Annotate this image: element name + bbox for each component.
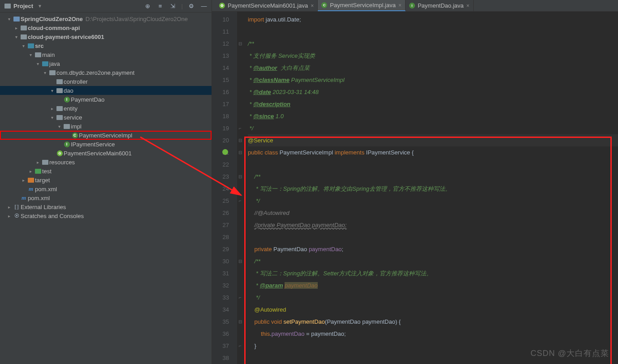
- tree-item-dao[interactable]: ▾dao: [0, 86, 212, 95]
- tree-item-external-libraries[interactable]: ▸⟦⟧External Libraries: [0, 202, 212, 211]
- fold-marker[interactable]: [237, 328, 243, 340]
- gear-icon[interactable]: ⚙: [187, 2, 195, 10]
- fold-marker[interactable]: [237, 352, 243, 364]
- tree-arrow-icon[interactable]: ▾: [48, 115, 56, 120]
- chevron-down-icon[interactable]: ▼: [38, 4, 42, 9]
- code-line[interactable]: [248, 231, 618, 243]
- tree-item-pom-xml[interactable]: mpom.xml: [0, 193, 212, 202]
- close-icon[interactable]: ×: [398, 2, 402, 9]
- tree-item-com-dbydc-zero2one-payment[interactable]: ▾com.dbydc.zero2one.payment: [0, 68, 212, 77]
- fold-marker[interactable]: ⌐: [237, 122, 243, 134]
- tree-arrow-icon[interactable]: ▸: [13, 26, 20, 30]
- project-tree[interactable]: ▾SpringCloudZero2OneD:\Projects\Java\Spr…: [0, 13, 212, 364]
- fold-marker[interactable]: [237, 231, 243, 243]
- tree-item-ipaymentservice[interactable]: IIPaymentService: [0, 140, 212, 149]
- fold-marker[interactable]: [237, 219, 243, 231]
- fold-marker[interactable]: ⌐: [237, 291, 243, 304]
- code-line[interactable]: * @param paymentDao: [248, 279, 618, 291]
- tree-arrow-icon[interactable]: ▸: [48, 106, 56, 111]
- target-icon[interactable]: ⊕: [144, 2, 152, 10]
- tree-arrow-icon[interactable]: ▾: [20, 43, 27, 48]
- fold-marker[interactable]: [237, 110, 243, 122]
- fold-marker[interactable]: [237, 50, 243, 62]
- fold-marker[interactable]: [237, 267, 243, 279]
- tab-paymentservicemain6001[interactable]: ✿PaymentServiceMain6001.java×: [216, 0, 318, 11]
- tree-arrow-icon[interactable]: ▸: [27, 169, 34, 174]
- code-line[interactable]: * @description: [248, 98, 618, 110]
- tree-item-cloud-common-api[interactable]: ▸cloud-common-api: [0, 23, 212, 32]
- code-line[interactable]: * @since 1.0: [248, 110, 618, 122]
- fold-marker[interactable]: [237, 13, 243, 26]
- code-line[interactable]: /**: [248, 171, 618, 183]
- tree-item-service[interactable]: ▾service: [0, 113, 212, 122]
- code-line[interactable]: */: [248, 122, 618, 134]
- fold-marker[interactable]: ⊟: [237, 316, 243, 328]
- tree-item-impl[interactable]: ▾impl: [0, 122, 212, 131]
- tree-item-controller[interactable]: controller: [0, 77, 212, 86]
- fold-marker[interactable]: ⌐: [237, 340, 243, 352]
- fold-marker[interactable]: ⊟: [237, 146, 243, 158]
- code-line[interactable]: public void setPaymentDao(PaymentDao pay…: [248, 316, 618, 328]
- code-line[interactable]: //private PaymentDao paymentDao;: [248, 219, 618, 231]
- fold-marker[interactable]: [237, 62, 243, 74]
- fold-column[interactable]: ⊟⌐⊟⊟⊟⌐⊟⌐⊟⌐: [237, 12, 243, 364]
- code-line[interactable]: */: [248, 291, 618, 304]
- hide-icon[interactable]: —: [200, 2, 208, 10]
- collapse-icon[interactable]: ≡: [156, 2, 164, 10]
- fold-marker[interactable]: [237, 279, 243, 291]
- tab-paymentdao[interactable]: IPaymentDao.java×: [406, 0, 474, 11]
- close-icon[interactable]: ×: [311, 3, 314, 9]
- fold-marker[interactable]: ⊟: [237, 171, 243, 183]
- tree-arrow-icon[interactable]: ▾: [41, 70, 48, 75]
- code-line[interactable]: * 支付服务 Service实现类: [248, 50, 618, 62]
- tree-item-java[interactable]: ▾java: [0, 59, 212, 68]
- fold-marker[interactable]: [237, 74, 243, 86]
- fold-marker[interactable]: [237, 98, 243, 110]
- tree-item-src[interactable]: ▾src: [0, 41, 212, 50]
- code-area[interactable]: 1011121314151617181920212223242526272829…: [212, 12, 618, 364]
- fold-marker[interactable]: [237, 158, 243, 171]
- fold-marker[interactable]: [237, 26, 243, 38]
- fold-marker[interactable]: [237, 243, 243, 255]
- tree-arrow-icon[interactable]: ▾: [48, 88, 56, 93]
- tree-item-springcloudzero2one[interactable]: ▾SpringCloudZero2OneD:\Projects\Java\Spr…: [0, 14, 212, 23]
- code-line[interactable]: * @author 大白有点菜: [248, 62, 618, 74]
- tree-item-pom-xml[interactable]: mpom.xml: [0, 184, 212, 193]
- tree-arrow-icon[interactable]: ▾: [13, 34, 20, 39]
- tree-arrow-icon[interactable]: ▸: [5, 214, 13, 218]
- tree-item-main[interactable]: ▾main: [0, 50, 212, 59]
- fold-marker[interactable]: [237, 183, 243, 195]
- close-icon[interactable]: ×: [467, 3, 470, 9]
- tree-arrow-icon[interactable]: ▾: [27, 52, 34, 57]
- tree-item-cloud-payment-service6001[interactable]: ▾cloud-payment-service6001: [0, 32, 212, 41]
- spring-gutter-icon[interactable]: [222, 149, 228, 155]
- code-content[interactable]: import java.util.Date;/** * 支付服务 Service…: [243, 12, 618, 364]
- tree-item-paymentserviceimpl[interactable]: CPaymentServiceImpl: [0, 131, 212, 140]
- code-line[interactable]: /**: [248, 255, 618, 267]
- code-line[interactable]: import java.util.Date;: [248, 13, 618, 26]
- fold-marker[interactable]: ⊟: [237, 38, 243, 50]
- code-line[interactable]: this.paymentDao = paymentDao;: [248, 328, 618, 340]
- fold-marker[interactable]: ⌐: [237, 195, 243, 207]
- fold-marker[interactable]: [237, 207, 243, 219]
- tab-paymentserviceimpl[interactable]: CPaymentServiceImpl.java×: [318, 0, 406, 11]
- tree-item-paymentdao[interactable]: IPaymentDao: [0, 95, 212, 104]
- code-line[interactable]: //@Autowired: [248, 207, 618, 219]
- tree-arrow-icon[interactable]: ▾: [34, 61, 41, 66]
- fold-marker[interactable]: ⊟: [237, 255, 243, 267]
- code-line[interactable]: private PaymentDao paymentDao;: [248, 243, 618, 255]
- code-line[interactable]: [248, 158, 618, 171]
- expand-icon[interactable]: ⇲: [169, 2, 177, 10]
- tree-item-resources[interactable]: ▸resources: [0, 158, 212, 167]
- tree-item-scratches-and-consoles[interactable]: ▸⦿Scratches and Consoles: [0, 211, 212, 220]
- code-line[interactable]: @Autowired: [248, 304, 618, 316]
- tree-arrow-icon[interactable]: ▾: [56, 124, 63, 129]
- code-line[interactable]: [248, 26, 618, 38]
- tree-arrow-icon[interactable]: ▸: [34, 160, 41, 165]
- code-line[interactable]: public class PaymentServiceImpl implemen…: [248, 146, 618, 158]
- tree-arrow-icon[interactable]: ▸: [20, 178, 27, 183]
- code-line[interactable]: * 写法二：Spring的注解。Setter方式注入对象，官方推荐这种写法。: [248, 267, 618, 279]
- tree-arrow-icon[interactable]: ▾: [5, 17, 13, 21]
- tree-item-target[interactable]: ▸target: [0, 176, 212, 184]
- tree-item-test[interactable]: ▸test: [0, 167, 212, 176]
